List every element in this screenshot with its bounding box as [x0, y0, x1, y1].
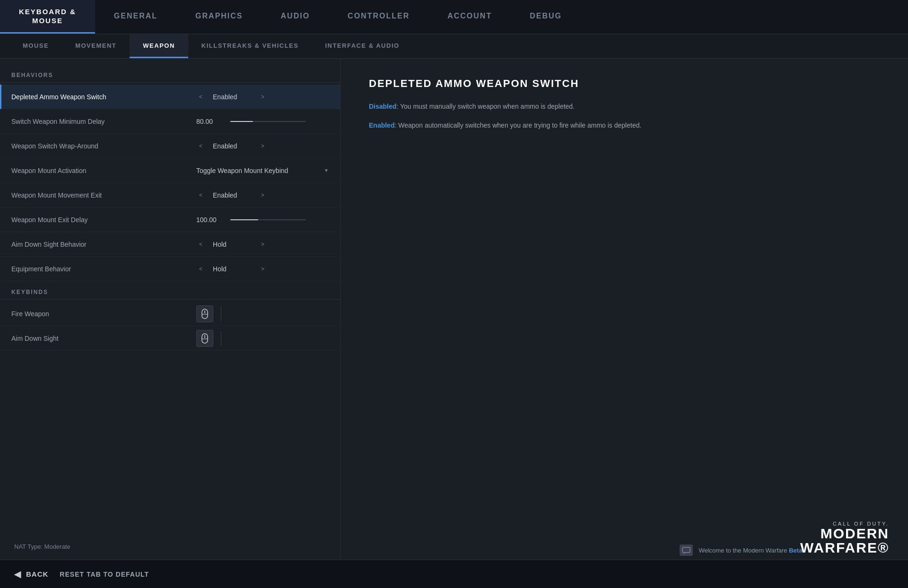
subtab-movement[interactable]: MOVEMENT: [62, 34, 130, 58]
sub-navigation: MOUSE MOVEMENT WEAPON KILLSTREAKS & VEHI…: [0, 34, 908, 59]
setting-equipment-behavior[interactable]: Equipment Behavior < Hold >: [0, 257, 340, 281]
ads-toggle-left-arrow[interactable]: <: [196, 240, 205, 249]
subtab-mouse[interactable]: MOUSE: [9, 34, 62, 58]
tab-controller[interactable]: CONTROLLER: [329, 0, 428, 34]
tab-audio[interactable]: AUDIO: [262, 0, 329, 34]
ads-toggle-right-arrow[interactable]: >: [258, 240, 267, 249]
tab-account[interactable]: ACCOUNT: [428, 0, 511, 34]
info-text-disabled: Disabled: You must manually switch weapo…: [369, 101, 880, 112]
slider-weapon-mount-exit-delay: 100.00: [196, 216, 329, 224]
keybind-fire-weapon-primary[interactable]: [196, 305, 213, 322]
keybinds-section-header: KEYBINDS: [0, 285, 340, 300]
slider-track[interactable]: [230, 121, 306, 122]
slider-switch-weapon-delay: 80.00: [196, 118, 329, 125]
logo-modern: MODERN: [800, 527, 889, 541]
setting-aim-down-sight-behavior[interactable]: Aim Down Sight Behavior < Hold >: [0, 232, 340, 257]
toggle-aim-down-sight: < Hold >: [196, 240, 329, 249]
keybind-fire-weapon[interactable]: Fire Weapon: [0, 302, 340, 326]
back-button[interactable]: ◀ Back: [14, 569, 48, 579]
setting-switch-weapon-delay[interactable]: Switch Weapon Minimum Delay 80.00: [0, 109, 340, 134]
info-panel: DEPLETED AMMO WEAPON SWITCH Disabled: Yo…: [340, 59, 908, 560]
wrap-toggle-right-arrow[interactable]: >: [258, 142, 267, 150]
keybind-divider-2: [221, 331, 221, 346]
cod-logo: CALL OF DUTY. MODERN WARFARE®: [800, 521, 889, 555]
keybind-aim-down-sight-primary[interactable]: [196, 330, 213, 347]
keybind-aim-down-sight[interactable]: Aim Down Sight: [0, 326, 340, 351]
tab-general[interactable]: GENERAL: [95, 0, 176, 34]
info-text-enabled: Enabled: Weapon automatically switches w…: [369, 120, 880, 131]
setting-weapon-mount-movement[interactable]: Weapon Mount Movement Exit < Enabled >: [0, 183, 340, 208]
equip-toggle-left-arrow[interactable]: <: [196, 265, 205, 273]
chat-icon: [680, 545, 693, 556]
toggle-right-arrow[interactable]: >: [258, 93, 267, 101]
keybind-aim-down-sight-slots: [196, 330, 329, 347]
svg-rect-6: [682, 547, 690, 553]
chat-message: Welcome to the Modern Warfare Beta.: [698, 547, 804, 554]
tab-debug[interactable]: DEBUG: [511, 0, 581, 34]
tab-keyboard-mouse[interactable]: KEYBOARD & MOUSE: [0, 0, 95, 34]
behaviors-section-header: BEHAVIORS: [0, 68, 340, 83]
toggle-weapon-switch-wrap: < Enabled >: [196, 142, 329, 150]
subtab-interface-audio[interactable]: INTERFACE & AUDIO: [312, 34, 412, 58]
chat-bar: Welcome to the Modern Warfare Beta.: [680, 545, 804, 556]
mount-movement-toggle-left-arrow[interactable]: <: [196, 191, 205, 199]
equip-toggle-right-arrow[interactable]: >: [258, 265, 267, 273]
exit-delay-slider-track[interactable]: [230, 219, 306, 220]
logo-warfare: WARFARE®: [800, 541, 889, 555]
keybind-divider: [221, 307, 221, 321]
toggle-weapon-mount-movement: < Enabled >: [196, 191, 329, 199]
dropdown-chevron-icon[interactable]: ▼: [324, 168, 329, 173]
info-title: DEPLETED AMMO WEAPON SWITCH: [369, 78, 880, 90]
setting-weapon-mount-activation[interactable]: Weapon Mount Activation Toggle Weapon Mo…: [0, 158, 340, 183]
setting-depleted-ammo[interactable]: Depleted Ammo Weapon Switch < Enabled >: [0, 85, 340, 109]
subtab-killstreaks[interactable]: KILLSTREAKS & VEHICLES: [188, 34, 312, 58]
settings-panel: BEHAVIORS Depleted Ammo Weapon Switch < …: [0, 59, 340, 560]
setting-weapon-mount-exit-delay[interactable]: Weapon Mount Exit Delay 100.00: [0, 208, 340, 232]
nat-type-status: NAT Type: Moderate: [14, 543, 70, 550]
dropdown-weapon-mount-activation: Toggle Weapon Mount Keybind ▼: [196, 167, 329, 174]
setting-weapon-switch-wrap[interactable]: Weapon Switch Wrap-Around < Enabled >: [0, 134, 340, 158]
top-navigation: KEYBOARD & MOUSE GENERAL GRAPHICS AUDIO …: [0, 0, 908, 34]
subtab-weapon[interactable]: WEAPON: [130, 34, 188, 58]
toggle-equipment-behavior: < Hold >: [196, 265, 329, 273]
toggle-left-arrow[interactable]: <: [196, 93, 205, 101]
bottom-bar: ◀ Back Reset tab to Default: [0, 560, 908, 588]
tab-graphics[interactable]: GRAPHICS: [176, 0, 262, 34]
mount-movement-toggle-right-arrow[interactable]: >: [258, 191, 267, 199]
back-arrow-icon: ◀: [14, 569, 21, 579]
wrap-toggle-left-arrow[interactable]: <: [196, 142, 205, 150]
reset-tab-button[interactable]: Reset tab to Default: [60, 571, 149, 578]
toggle-depleted-ammo: < Enabled >: [196, 93, 329, 101]
keybind-fire-weapon-slots: [196, 305, 329, 322]
main-content: BEHAVIORS Depleted Ammo Weapon Switch < …: [0, 59, 908, 560]
